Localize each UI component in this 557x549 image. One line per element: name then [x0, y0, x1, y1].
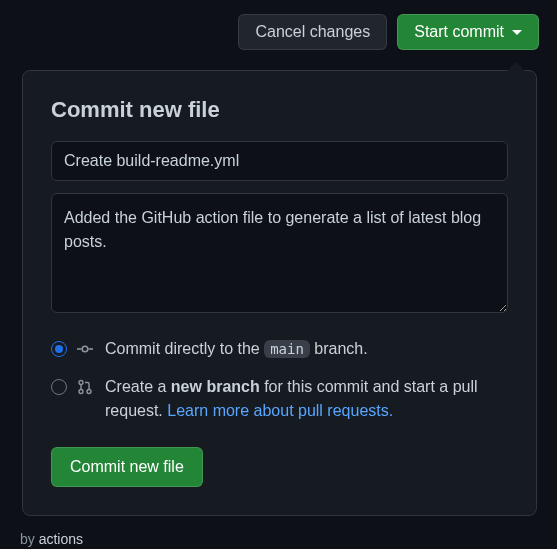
commit-new-file-button[interactable]: Commit new file	[51, 447, 203, 487]
popover-arrow	[507, 62, 525, 71]
toolbar: Cancel changes Start commit	[0, 0, 557, 50]
radio-direct[interactable]	[51, 341, 67, 357]
popover-title: Commit new file	[51, 97, 508, 123]
svg-point-3	[79, 381, 83, 385]
commit-message-input[interactable]	[51, 141, 508, 181]
git-pull-request-icon	[77, 379, 95, 395]
option-new-branch[interactable]: Create a new branch for this commit and …	[51, 375, 508, 423]
start-commit-label: Start commit	[414, 23, 504, 41]
radio-new-branch-label: Create a new branch for this commit and …	[105, 375, 508, 423]
cancel-changes-button[interactable]: Cancel changes	[238, 14, 387, 50]
branch-code: main	[264, 340, 310, 358]
learn-more-link[interactable]: Learn more about pull requests.	[167, 402, 393, 419]
git-commit-icon	[77, 341, 95, 357]
option-commit-direct[interactable]: Commit directly to the main branch.	[51, 337, 508, 361]
commit-description-textarea[interactable]: Added the GitHub action file to generate…	[51, 193, 508, 313]
start-commit-button[interactable]: Start commit	[397, 14, 539, 50]
svg-point-5	[87, 390, 91, 394]
commit-popover: Commit new file Added the GitHub action …	[22, 70, 537, 516]
radio-direct-label: Commit directly to the main branch.	[105, 337, 508, 361]
commit-options: Commit directly to the main branch. Crea…	[51, 337, 508, 423]
svg-point-4	[79, 390, 83, 394]
caret-down-icon	[512, 30, 522, 35]
radio-new-branch[interactable]	[51, 379, 67, 395]
svg-point-0	[82, 346, 88, 352]
bg-by-text: by actions	[20, 531, 83, 547]
